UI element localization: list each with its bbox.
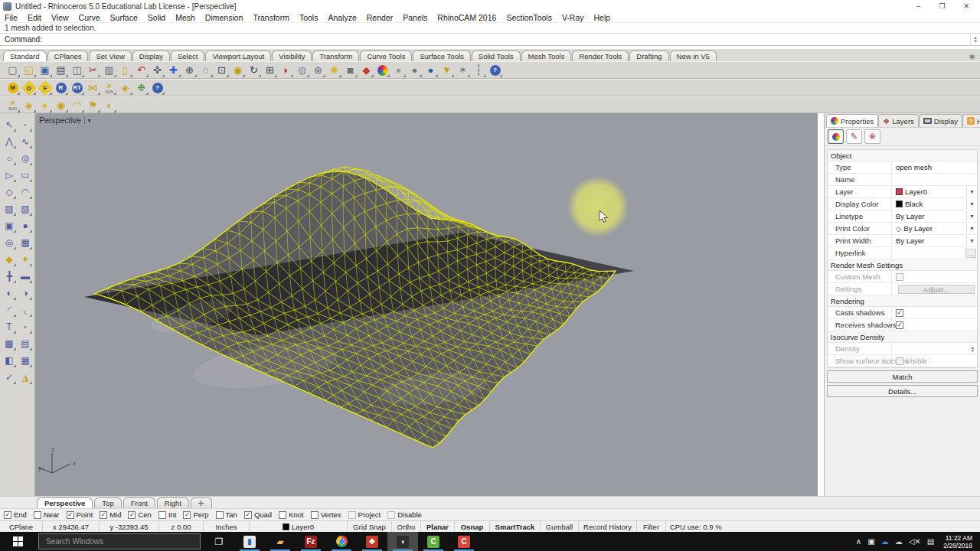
texture-mapping-button[interactable]: ❀ <box>864 129 880 144</box>
osnap-mid[interactable]: ✓Mid <box>100 511 121 519</box>
viewport-layout-icon[interactable]: ⊞ <box>263 63 277 77</box>
toolbar-tab-set-view[interactable]: Set View <box>89 51 131 61</box>
osnap-cen-checkbox[interactable]: ✓ <box>128 511 136 519</box>
panel-tab-display[interactable]: Display <box>919 114 962 127</box>
cut-icon[interactable]: ✂ <box>86 63 100 77</box>
toolbar-tab-solid-tools[interactable]: Solid Tools <box>472 51 521 61</box>
zoom-selected-icon[interactable]: ◉ <box>230 63 245 77</box>
slab-tool[interactable]: ▬ <box>18 268 33 284</box>
osnap-knot[interactable]: Knot <box>279 511 304 519</box>
boolean-flash-tool[interactable]: ✦ <box>18 251 33 267</box>
rotate-view-icon[interactable]: ↻ <box>247 63 261 77</box>
property-value-custom-mesh[interactable] <box>892 271 977 282</box>
chrome-icon[interactable] <box>326 532 357 551</box>
menu-solid[interactable]: Solid <box>148 13 165 22</box>
menu-help[interactable]: Help <box>594 13 611 22</box>
osnap-vertex[interactable]: Vertex <box>311 511 341 519</box>
command-scrollbar[interactable]: ▲ ▼ <box>970 34 980 45</box>
minimize-button[interactable]: – <box>916 2 920 10</box>
points-on-tool[interactable]: ▫ <box>18 318 33 334</box>
copy-to-clipboard-icon[interactable]: ◫ <box>70 63 84 77</box>
scroll-down-icon[interactable]: ▼ <box>973 40 978 44</box>
block-tool[interactable]: ◧ <box>2 352 17 368</box>
property-value-name[interactable] <box>892 174 977 185</box>
pipe-tool[interactable]: ╋ <box>2 268 17 284</box>
filter-funnel-icon[interactable]: ▼ <box>439 63 454 77</box>
cloud-icon[interactable]: ☁ <box>895 538 903 546</box>
point-tool[interactable]: ◦ <box>18 116 33 132</box>
sun-light-icon[interactable]: ☀SUN <box>5 98 20 112</box>
property-value-layer[interactable]: Layer0▼ <box>892 186 977 197</box>
vray-material-editor-icon[interactable]: M <box>5 80 20 95</box>
details-button[interactable]: Details... <box>827 385 978 397</box>
viewport-tab-front[interactable]: Front <box>123 497 155 508</box>
menu-transform[interactable]: Transform <box>253 13 289 22</box>
close-button[interactable]: ✕ <box>963 2 969 10</box>
menu-view[interactable]: View <box>51 13 69 22</box>
menu-analyze[interactable]: Analyze <box>328 13 356 22</box>
onedrive-icon[interactable]: ☁ <box>881 538 889 546</box>
toolbar-tab-visibility[interactable]: Visibility <box>272 51 312 61</box>
rendered-sphere-icon[interactable]: ● <box>407 63 422 77</box>
layer-pane[interactable]: Layer0 <box>250 521 348 532</box>
media-app-icon[interactable]: ▮ <box>234 532 265 551</box>
toolbar-tab-drafting[interactable]: Drafting <box>629 51 668 61</box>
osnap-project[interactable]: Project <box>348 511 381 519</box>
toolbar-tab-curve-tools[interactable]: Curve Tools <box>360 51 412 61</box>
toolbar-tab-select[interactable]: Select <box>171 51 204 61</box>
osnap-tan[interactable]: Tan <box>216 511 237 519</box>
osnap-point[interactable]: ✓Point <box>67 511 93 519</box>
property-value-print-width[interactable]: By Layer▼ <box>892 235 977 246</box>
new-file-icon[interactable]: ▢ <box>5 63 20 77</box>
toolbar-tab-viewport-layout[interactable]: Viewport Layout <box>205 51 271 61</box>
volume-muted-icon[interactable]: ◁✕ <box>909 538 921 546</box>
units-pane[interactable]: Inches <box>204 521 250 532</box>
osnap-knot-checkbox[interactable] <box>279 511 286 519</box>
vray-sphere-light-icon[interactable]: ◈ <box>118 80 132 95</box>
toolbar-tab-transform[interactable]: Transform <box>312 51 359 61</box>
osnap-quad-checkbox[interactable]: ✓ <box>244 511 252 519</box>
smarttrack-toggle[interactable]: SmartTrack <box>490 521 541 532</box>
task-view-button[interactable]: ❐ <box>204 532 234 551</box>
network-icon[interactable]: ▣ <box>867 538 874 546</box>
menu-panels[interactable]: Panels <box>403 13 427 22</box>
object-properties-button[interactable] <box>828 129 844 144</box>
viewport-tab-top[interactable]: Top <box>94 497 121 508</box>
zoom-window-icon[interactable]: ⊡ <box>214 63 229 77</box>
move-icon[interactable]: ✚ <box>166 63 181 77</box>
boolean-difference-tool[interactable]: ◑ <box>18 285 33 301</box>
property-value-settings[interactable]: Adjust... <box>892 283 977 295</box>
polyline-tool[interactable]: ⋀ <box>2 133 17 149</box>
menu-curve[interactable]: Curve <box>79 13 100 22</box>
dome-light-icon[interactable]: ◠ <box>70 98 84 112</box>
action-center-icon[interactable]: ▤ <box>927 538 934 546</box>
property-value-hyperlink[interactable]: … <box>892 247 977 259</box>
osnap-cen[interactable]: ✓Cen <box>128 511 151 519</box>
cpu-use-indicator[interactable]: CPU use: 0.9 % <box>666 521 980 532</box>
viewport-menu-arrow-icon[interactable]: ▾ <box>88 117 91 124</box>
hyperlink-browse-button[interactable]: … <box>965 249 976 258</box>
file-explorer-icon[interactable]: ▰ <box>265 532 296 551</box>
add-viewport-tab[interactable]: ✛ <box>191 497 212 508</box>
toolbar-tab-render-tools[interactable]: Render Tools <box>572 51 629 61</box>
vray-help-icon[interactable]: ? <box>150 80 165 95</box>
print-color-dropdown-arrow-icon[interactable]: ▼ <box>966 223 977 233</box>
vray-vegetation-icon[interactable]: ❉ <box>134 80 149 95</box>
lights-icon[interactable]: ✺ <box>327 63 341 77</box>
cplane-pane[interactable]: CPlane <box>0 521 43 532</box>
toolbar-options-icon[interactable]: ✱ <box>965 53 980 61</box>
toolbar-tab-new-in-v5[interactable]: New in V5 <box>670 51 717 61</box>
start-button[interactable] <box>0 532 35 551</box>
match-button[interactable]: Match <box>827 370 978 383</box>
pan-icon[interactable]: ✜ <box>150 63 165 77</box>
property-value-print-color[interactable]: ◇By Layer▼ <box>892 223 977 234</box>
menu-mesh[interactable]: Mesh <box>175 13 195 22</box>
z-coordinate[interactable]: z 0.00 <box>159 521 204 532</box>
osnap-perp[interactable]: ✓Perp <box>183 511 208 519</box>
open-file-icon[interactable]: ◱ <box>21 63 36 77</box>
osnap-perp-checkbox[interactable]: ✓ <box>183 511 191 519</box>
panel-tab-properties[interactable]: Properties <box>826 114 878 127</box>
text-tool[interactable]: T <box>2 318 17 334</box>
vray-frame-icon[interactable]: ◆ <box>359 63 374 77</box>
torus-tool[interactable]: ◎ <box>2 234 17 250</box>
